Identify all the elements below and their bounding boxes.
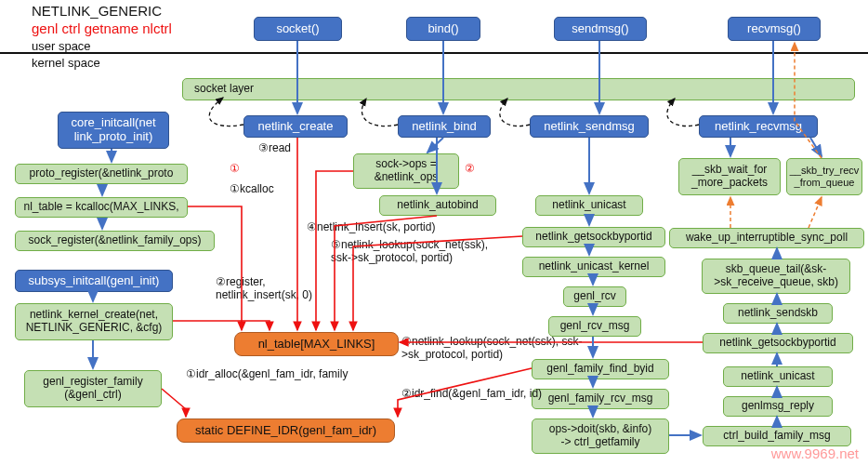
nl-table-kcalloc: nl_table = kcalloc(MAX_LINKS,	[15, 197, 188, 218]
svg-line-20	[810, 138, 822, 156]
sock-ops: sock->ops = &netlink_ops	[353, 153, 459, 189]
annot-netlink-lookup5: ⑤netlink_lookup(sock_net(ssk), ssk->sk_p…	[331, 238, 488, 264]
divider-line	[0, 52, 868, 54]
netlink-getsockbyportid: netlink_getsockbyportid	[522, 227, 665, 247]
netlink-sendskb: netlink_sendskb	[723, 303, 833, 324]
subsys-initcall: subsys_initcall(genl_init)	[15, 270, 173, 292]
annot-netlink-lookup6: ⑥netlink_lookup(sock_net(ssk), ssk- >sk_…	[401, 335, 582, 361]
user-space-label: user space	[32, 39, 91, 53]
netlink-recvmsg: netlink_recvmsg	[699, 115, 818, 138]
netlink-unicast-kernel: netlink_unicast_kernel	[522, 257, 665, 277]
wake-up-poll: wake_up_interruptible_sync_poll	[669, 228, 864, 248]
netlink-kernel-create: netlink_kernel_create(net, NETLINK_GENER…	[15, 303, 173, 340]
annot-idr-alloc: ①idr_alloc(&genl_fam_idr, family	[186, 367, 348, 380]
svg-line-9	[427, 138, 443, 153]
genl-family-find-byid: genl_family_find_byid	[532, 359, 669, 379]
skb-queue-tail: skb_queue_tail(&sk- >sk_receive_queue, s…	[702, 259, 850, 294]
netlink-unicast-2: netlink_unicast	[723, 366, 833, 387]
socket-call: socket()	[254, 17, 342, 41]
genl-rcv: genl_rcv	[563, 286, 626, 307]
netlink-bind: netlink_bind	[398, 115, 491, 138]
watermark: www.9969.net	[771, 445, 859, 461]
genl-register-family: genl_register_family (&genl_ctrl)	[24, 370, 162, 407]
netlink-sendmsg: netlink_sendmsg	[530, 115, 649, 138]
ctrl-build-family-msg: ctrl_build_family_msg	[703, 426, 851, 446]
kernel-space-label: kernel space	[32, 56, 100, 70]
recvmsg-call: recvmsg()	[728, 17, 821, 41]
core-initcall: core_initcall(net link_proto_init)	[58, 112, 169, 149]
annot-read: ③read	[258, 141, 291, 154]
annot-register: ②register, netlink_insert(sk, 0)	[216, 275, 312, 301]
netlink-create: netlink_create	[243, 115, 348, 138]
sendmsg-call: sendmsg()	[554, 17, 647, 41]
socket-layer: socket layer	[182, 78, 855, 100]
annot-kcalloc: ①kcalloc	[230, 182, 274, 195]
ops-doit: ops->doit(skb, &info) -> ctrl_getfamily	[532, 418, 669, 454]
annot-circled2: ②	[465, 162, 475, 175]
sock-register: sock_register(&netlink_family_ops)	[15, 231, 215, 251]
annot-netlink-insert: ④netlink_insert(sk, portid)	[307, 220, 435, 233]
skb-try-recv: __skb_try_recv _from_queue	[786, 158, 862, 195]
annot-idr-find: ②idr_find(&genl_fam_idr, id)	[401, 387, 542, 400]
skb-wait: __skb_wait_for _more_packets	[678, 158, 781, 195]
subtitle: genl ctrl getname nlctrl	[32, 20, 172, 36]
netlink-getsockbyportid-2: netlink_getsockbyportid	[703, 333, 853, 353]
define-idr: static DEFINE_IDR(genl_fam_idr)	[177, 418, 395, 443]
nl-table: nl_table[MAX_LINKS]	[234, 332, 399, 356]
netlink-autobind: netlink_autobind	[379, 195, 496, 216]
genlmsg-reply: genlmsg_reply	[723, 396, 833, 417]
title: NETLINK_GENERIC	[32, 3, 162, 19]
bind-call: bind()	[406, 17, 480, 41]
netlink-unicast: netlink_unicast	[535, 195, 643, 216]
genl-rcv-msg: genl_rcv_msg	[548, 316, 641, 337]
genl-family-rcv-msg: genl_family_rcv_msg	[532, 389, 669, 409]
annot-circled1: ①	[230, 162, 240, 175]
proto-register: proto_register(&netlink_proto	[15, 164, 188, 184]
